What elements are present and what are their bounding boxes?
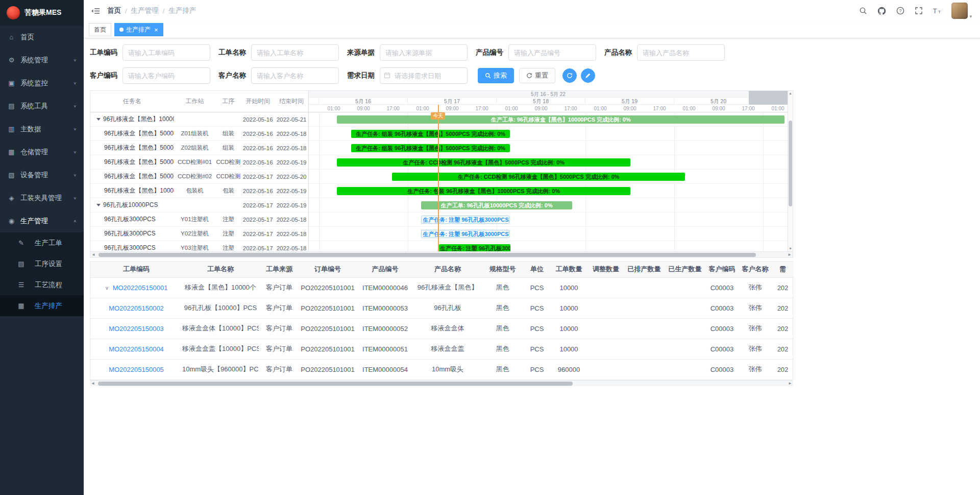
- breadcrumb-item-0[interactable]: 首页: [107, 6, 121, 15]
- sidebar-item-5[interactable]: ▦仓储管理∨: [0, 140, 84, 163]
- work-order-link[interactable]: MO202205150001: [113, 284, 168, 292]
- gantt-bar-6[interactable]: 生产工单: 96孔孔板10000PCS 完成比例: 0%: [421, 201, 572, 209]
- text-input[interactable]: [122, 44, 210, 61]
- gantt-bar-5[interactable]: 生产任务: 包装 96孔移液盒【黑色】10000PCS 完成比例: 0%: [337, 187, 630, 195]
- scroll-right-arrow-icon[interactable]: ►: [787, 252, 793, 257]
- breadcrumb-item-1[interactable]: 生产管理: [131, 6, 159, 15]
- gantt-bar-9[interactable]: 生产任务: 注塑 96孔孔板3000PCS 完成: [439, 244, 510, 251]
- orders-horizontal-scrollbar[interactable]: ◄ ►: [90, 380, 793, 386]
- gantt-task-row-5[interactable]: 96孔移液盒【黑色】1000(包装机包装2022-05-162022-05-19: [90, 184, 308, 198]
- text-input[interactable]: [380, 44, 468, 61]
- gantt-bar-4[interactable]: 生产任务: CCD检测 96孔移液盒【黑色】5000PCS 完成比例: 0%: [392, 173, 685, 181]
- work-order-link[interactable]: MO202205150005: [109, 366, 164, 373]
- help-icon[interactable]: ?: [896, 7, 904, 15]
- expand-caret-icon[interactable]: ∨: [105, 285, 109, 291]
- orders-cell: PCS: [524, 298, 550, 318]
- horizontal-scrollbar-thumb[interactable]: [98, 382, 573, 386]
- svg-text:?: ?: [899, 8, 902, 13]
- filter-field: 客户名称: [218, 67, 339, 84]
- orders-cell: PO202205101001: [300, 277, 356, 298]
- scroll-left-arrow-icon[interactable]: ◄: [90, 252, 96, 257]
- chevron-down-icon: ∨: [73, 127, 77, 131]
- gantt-bar-0[interactable]: 生产工单: 96孔移液盒【黑色】10000PCS 完成比例: 0%: [337, 115, 785, 124]
- gantt-bar-2[interactable]: 生产任务: 组装 96孔移液盒【黑色】5000PCS 完成比例: 0%: [351, 144, 509, 152]
- gantt-task-row-3[interactable]: 96孔移液盒【黑色】5000FCCD检测#01CCD检测2022-05-1620…: [90, 155, 308, 170]
- text-input[interactable]: [122, 67, 210, 84]
- sync-schedule-button[interactable]: [562, 68, 577, 83]
- orders-row-0[interactable]: ∨MO202205150001移液盒【黑色】10000个客户订单PO202205…: [90, 277, 794, 298]
- sidebar-subitem-2[interactable]: ☰工艺流程: [0, 274, 84, 295]
- github-icon[interactable]: [877, 7, 886, 15]
- search-icon[interactable]: [859, 7, 867, 15]
- chevron-down-icon: ∨: [73, 150, 77, 154]
- text-input[interactable]: [637, 44, 725, 61]
- warehouse-icon: ▦: [7, 148, 16, 156]
- scroll-down-arrow-icon[interactable]: ▼: [788, 246, 793, 251]
- sidebar-item-8[interactable]: ◉生产管理∧: [0, 209, 84, 232]
- orders-col-4: 产品编号: [356, 262, 414, 277]
- orders-cell: [624, 318, 665, 339]
- sidebar-item-6[interactable]: ▧设备管理∨: [0, 163, 84, 186]
- gantt-task-row-6[interactable]: 96孔孔板10000PCS2022-05-172022-05-19: [90, 198, 308, 213]
- edit-schedule-button[interactable]: [581, 68, 595, 83]
- fullscreen-icon[interactable]: [915, 7, 923, 15]
- sidebar-subitem-0[interactable]: ✎生产工单: [0, 232, 84, 253]
- reset-button[interactable]: 重置: [519, 68, 555, 83]
- gantt-bar-1[interactable]: 生产任务: 组装 96孔移液盒【黑色】5000PCS 完成比例: 0%: [351, 130, 509, 138]
- gantt-task-row-9[interactable]: 96孔孔板3000PCSY03注塑机注塑2022-05-172022-05-18: [90, 241, 308, 251]
- task-end-time: 2022-05-18: [275, 145, 308, 151]
- sidebar-item-4[interactable]: ▥主数据∨: [0, 117, 84, 140]
- orders-row-2[interactable]: MO202205150003移液盒盒体【10000】PCS客户订单PO20220…: [90, 318, 794, 339]
- gantt-task-row-8[interactable]: 96孔孔板3000PCSY02注塑机注塑2022-05-172022-05-18: [90, 227, 308, 241]
- text-input[interactable]: [251, 67, 339, 84]
- task-start-time: 2022-05-17: [241, 245, 275, 251]
- gantt-task-row-1[interactable]: 96孔移液盒【黑色】5000FZ01组装机组装2022-05-162022-05…: [90, 127, 308, 141]
- scroll-up-arrow-icon[interactable]: ▲: [788, 91, 793, 96]
- gantt-bar-7[interactable]: 生产任务: 注塑 96孔孔板3000PCS 完成: [421, 216, 509, 224]
- top-navbar: 首页/生产管理/生产排产 ?TT ▼: [84, 0, 980, 21]
- scroll-left-arrow-icon[interactable]: ◄: [90, 381, 96, 386]
- work-order-link[interactable]: MO202205150003: [109, 325, 164, 333]
- date-input[interactable]: [380, 67, 468, 84]
- gantt-vertical-scrollbar[interactable]: ▲ ▼: [788, 91, 793, 251]
- gantt-task-row-0[interactable]: 96孔移液盒【黑色】10000P(2022-05-162022-05-21: [90, 112, 308, 127]
- app-logo[interactable]: 苦糖果MES: [0, 0, 84, 26]
- gantt-task-row-4[interactable]: 96孔移液盒【黑色】5000FCCD检测#02CCD检测2022-05-1720…: [90, 170, 308, 184]
- sidebar-subitem-3[interactable]: ▦生产排产: [0, 295, 84, 316]
- gantt-bar-3[interactable]: 生产任务: CCD检测 96孔移液盒【黑色】5000PCS 完成比例: 0%: [337, 158, 630, 167]
- work-order-link[interactable]: MO202205150002: [109, 304, 164, 312]
- orders-row-4[interactable]: MO20220515000510mm吸头【960000】PCS客户订单PO202…: [90, 359, 794, 380]
- scroll-right-arrow-icon[interactable]: ►: [787, 381, 793, 386]
- sidebar-item-2[interactable]: ▣系统监控∨: [0, 72, 84, 95]
- sidebar-toggle-icon[interactable]: [91, 7, 100, 15]
- sidebar-item-7[interactable]: ◈工装夹具管理∨: [0, 186, 84, 209]
- sidebar-subitem-1[interactable]: ▤工序设置: [0, 253, 84, 274]
- orders-cell: C00003: [705, 339, 739, 359]
- user-menu[interactable]: ▼: [951, 3, 973, 19]
- sidebar-item-1[interactable]: ⚙系统管理∨: [0, 49, 84, 72]
- tab-1[interactable]: 生产排产×: [114, 23, 163, 36]
- orders-row-1[interactable]: MO20220515000296孔孔板【10000】PCS客户订单PO20220…: [90, 298, 794, 318]
- close-icon[interactable]: ×: [154, 27, 158, 33]
- tab-0[interactable]: 首页: [89, 23, 111, 36]
- orders-row-3[interactable]: MO202205150004移液盒盒盖【10000】PCS客户订单PO20220…: [90, 339, 794, 359]
- gantt-horizontal-scrollbar[interactable]: ◄ ►: [90, 251, 793, 257]
- text-input[interactable]: [508, 44, 596, 61]
- sidebar-item-0[interactable]: ⌂首页: [0, 26, 84, 49]
- avatar[interactable]: [951, 3, 968, 19]
- horizontal-scrollbar-thumb[interactable]: [99, 253, 756, 257]
- sidebar-item-3[interactable]: ▤系统工具∨: [0, 95, 84, 117]
- search-button[interactable]: 搜索: [478, 68, 514, 83]
- orders-cell: C00003: [705, 318, 739, 339]
- gantt-task-row-7[interactable]: 96孔孔板3000PCSY01注塑机注塑2022-05-172022-05-18: [90, 213, 308, 227]
- collapse-caret-icon[interactable]: [96, 204, 101, 206]
- collapse-caret-icon[interactable]: [96, 118, 101, 121]
- text-input[interactable]: [251, 44, 339, 61]
- gantt-bar-8[interactable]: 生产任务: 注塑 96孔孔板3000PCS 完成: [421, 230, 509, 238]
- gantt-task-row-2[interactable]: 96孔移液盒【黑色】5000FZ02组装机组装2022-05-162022-05…: [90, 141, 308, 155]
- work-order-link[interactable]: MO202205150004: [109, 345, 164, 353]
- font-size-icon[interactable]: TT: [933, 7, 942, 15]
- search-button-icon: [485, 73, 491, 79]
- vertical-scrollbar-thumb[interactable]: [789, 121, 792, 206]
- chevron-down-icon: ▼: [969, 14, 973, 19]
